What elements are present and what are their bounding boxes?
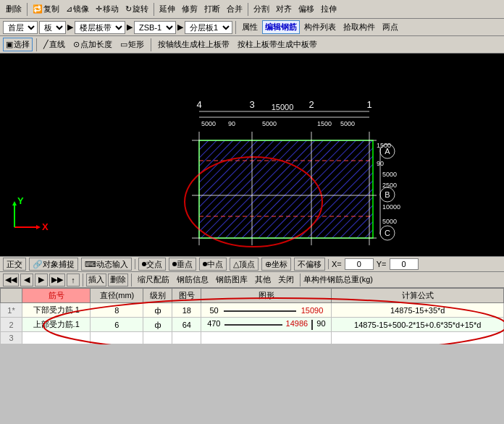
- up-btn[interactable]: ↑: [67, 274, 80, 287]
- sep-s1: [135, 259, 135, 269]
- break-btn[interactable]: 打断: [201, 2, 223, 16]
- svg-text:A: A: [385, 147, 390, 156]
- svg-text:15000: 15000: [272, 103, 294, 111]
- pick-component-btn[interactable]: 拾取构件: [340, 20, 378, 34]
- close-btn[interactable]: 关闭: [275, 273, 297, 287]
- svg-text:1: 1: [366, 99, 371, 110]
- x-label: X=: [332, 260, 342, 268]
- extend-btn[interactable]: 延伸: [156, 2, 178, 16]
- align-btn[interactable]: 对齐: [273, 2, 295, 16]
- layer-select[interactable]: 分层板1: [185, 21, 232, 34]
- dynamic-input-btn[interactable]: ⌨ 动态输入: [81, 258, 132, 271]
- svg-text:3: 3: [249, 99, 254, 110]
- component-list-btn[interactable]: 构件列表: [301, 20, 339, 34]
- sep6: [151, 38, 151, 51]
- other-btn[interactable]: 其他: [252, 273, 274, 287]
- row-shape-2: 470 14986 90: [201, 318, 332, 332]
- rebar-lib-btn[interactable]: 钢筋图库: [213, 273, 251, 287]
- no-offset-btn[interactable]: 不偏移: [294, 258, 325, 271]
- col-header-grade: 级别: [143, 289, 172, 303]
- sep5: [36, 38, 37, 51]
- shape-value-1: 15090: [301, 306, 324, 315]
- intersection-btn[interactable]: 交点: [138, 258, 166, 271]
- floor-select[interactable]: 首层: [3, 21, 38, 34]
- rebar-info-btn[interactable]: 钢筋信息: [174, 273, 211, 287]
- select-btn[interactable]: ▣ 选择: [3, 38, 33, 51]
- component-select[interactable]: 板: [39, 21, 66, 34]
- mirror-btn[interactable]: ⊿ 镜像: [63, 2, 92, 16]
- sep4: [235, 21, 236, 34]
- row-diameter-3: [91, 332, 143, 344]
- perpendicular-btn[interactable]: 垂点: [169, 258, 196, 271]
- row-num-3: 3: [1, 332, 22, 344]
- nav-delete-btn[interactable]: 删除: [108, 274, 128, 287]
- prev-btn[interactable]: ◀: [20, 274, 33, 287]
- svg-text:4: 4: [196, 99, 201, 110]
- svg-text:C: C: [385, 229, 390, 237]
- snap-btn[interactable]: 🔗 对象捕捉: [29, 258, 78, 271]
- coord-btn[interactable]: ⊕ 坐标: [261, 258, 291, 271]
- row-name-2: 上部受力筋.1: [22, 318, 91, 332]
- point-length-btn[interactable]: ⊙ 点加长度: [70, 38, 115, 51]
- shape-line-2: [224, 324, 282, 326]
- vertex-btn[interactable]: △ 顶点: [230, 258, 259, 271]
- next-btn[interactable]: ▶: [35, 274, 48, 287]
- join-btn[interactable]: 合并: [224, 2, 245, 16]
- shape-value-2: 14986: [286, 319, 308, 328]
- row-fignum-2: 64: [172, 318, 201, 332]
- nav-sep: [83, 274, 83, 287]
- property-btn[interactable]: 属性: [239, 20, 261, 34]
- dynamic-icon: ⌨: [85, 260, 96, 269]
- cad-canvas[interactable]: 4 3 2 1 15000 5000 90 5000 1500 5000 150…: [0, 54, 504, 256]
- svg-text:5000: 5000: [201, 120, 216, 127]
- svg-text:5000: 5000: [382, 171, 397, 178]
- sep-arrow: ▶: [67, 22, 73, 32]
- x-input[interactable]: [345, 258, 374, 270]
- row-grade-3: [143, 332, 172, 344]
- trim-btn[interactable]: 修剪: [179, 2, 201, 16]
- svg-text:2500: 2500: [382, 182, 397, 189]
- row-grade-1: ф: [143, 303, 172, 318]
- split-btn[interactable]: 分割: [251, 2, 272, 16]
- nav-sep2: [131, 274, 132, 287]
- row-diameter-1: 8: [91, 303, 143, 318]
- total-weight-label: 单构件钢筋总重(kg): [303, 274, 373, 285]
- svg-text:5000: 5000: [262, 120, 277, 127]
- svg-text:Y: Y: [17, 195, 24, 206]
- svg-text:X: X: [42, 221, 49, 232]
- gen-col-band-btn[interactable]: 按轴线生成柱上板带: [155, 38, 232, 51]
- insert-btn[interactable]: 插入: [86, 274, 106, 287]
- slab-band-select[interactable]: 楼层板带: [75, 21, 125, 34]
- gen-mid-band-btn[interactable]: 按柱上板带生成中板带: [235, 38, 320, 51]
- rotate-btn[interactable]: ↻ 旋转: [122, 2, 151, 16]
- line-btn[interactable]: ╱ 直线: [41, 38, 68, 51]
- table-row[interactable]: 1* 下部受力筋.1 8 ф 18 50 15090 14875-15+35*d: [1, 303, 504, 318]
- edit-rebar-btn[interactable]: 编辑钢筋: [262, 20, 300, 34]
- midpoint-btn[interactable]: 中点: [199, 258, 227, 271]
- sep1: [27, 3, 28, 16]
- two-point-btn[interactable]: 两点: [379, 20, 401, 34]
- ortho-btn[interactable]: 正交: [3, 258, 26, 271]
- y-input[interactable]: [390, 258, 419, 270]
- last-btn[interactable]: ▶▶: [49, 274, 65, 287]
- table-row[interactable]: 2 上部受力筋.1 6 ф 64 470 14986 90 14875-15+5…: [1, 318, 504, 332]
- col-header-name: 筋号: [22, 289, 91, 303]
- toolbar-row3: ▣ 选择 ╱ 直线 ⊙ 点加长度 ▭ 矩形 按轴线生成柱上板带 按柱上板带生成中…: [0, 36, 504, 54]
- stretch-btn[interactable]: 拉伸: [318, 2, 340, 16]
- rect-btn[interactable]: ▭ 矩形: [117, 38, 147, 51]
- toolbar-top: 删除 🔁 复制 ⊿ 镜像 ✛ 移动 ↻ 旋转 延伸 修剪 打断 合并 分割 对齐…: [0, 0, 504, 19]
- row-name-3: [22, 332, 91, 344]
- offset-btn[interactable]: 偏移: [295, 2, 317, 16]
- first-btn[interactable]: ◀◀: [3, 274, 19, 287]
- row-num-2: 2: [1, 318, 22, 332]
- delete-btn[interactable]: 删除: [3, 2, 25, 16]
- copy-btn[interactable]: 🔁 复制: [30, 2, 62, 16]
- zsb-select[interactable]: ZSB-1: [134, 21, 176, 34]
- table-row[interactable]: 3: [1, 332, 504, 344]
- col-header-num: [1, 289, 22, 303]
- shape-end-line-2: [311, 320, 313, 330]
- move-btn[interactable]: ✛ 移动: [93, 2, 122, 16]
- vert-icon: △: [233, 260, 239, 269]
- scale-rebar-btn[interactable]: 缩尺配筋: [135, 273, 172, 287]
- row-fignum-1: 18: [172, 303, 201, 318]
